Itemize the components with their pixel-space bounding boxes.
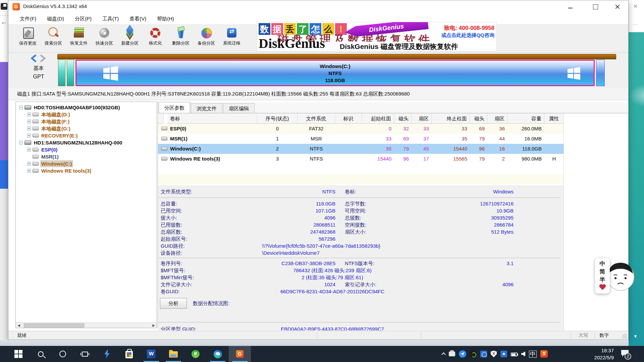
store-app-button[interactable]	[118, 346, 140, 362]
toolbar-quick-button[interactable]: 快速分区	[92, 25, 117, 52]
table-row-2[interactable]: Windows(C:)2NTFS357945154409616118.0GB	[158, 144, 564, 154]
file-explorer-button[interactable]	[162, 346, 184, 362]
expander-icon[interactable]: +	[27, 162, 31, 166]
expander-icon[interactable]: +	[27, 169, 31, 173]
task-view-button[interactable]	[74, 346, 96, 362]
resize-grip[interactable]	[622, 334, 627, 339]
expander-icon[interactable]: −	[19, 106, 23, 109]
expander-icon[interactable]: +	[27, 127, 31, 130]
start-button[interactable]	[7, 346, 30, 362]
column-header[interactable]: 起始柱面	[362, 113, 394, 124]
word-app-button[interactable]	[140, 346, 162, 362]
tree-item-6[interactable]: +ESP(0)	[16, 146, 157, 153]
tree-item-3[interactable]: +本地磁盘(G:)	[16, 125, 157, 132]
tree-horizontal-scrollbar[interactable]: ◀ ▶	[15, 322, 157, 328]
analyze-button[interactable]: 分析	[160, 298, 187, 309]
diskgenius-taskbar-button[interactable]	[229, 346, 251, 362]
column-header[interactable]: 终止柱面	[432, 113, 470, 124]
detail-label: 总簇数:	[345, 215, 361, 221]
ime-mascot-face[interactable]	[606, 259, 635, 292]
intel-graphics-tray-icon[interactable]	[480, 351, 487, 357]
ad-banner[interactable]: 数据丢了怎么！ 磁盘管理及数据恢复软件 DiskGenius DiskGeniu…	[257, 22, 497, 51]
toolbar-format-button[interactable]: 格式化	[143, 25, 168, 52]
menu-tools[interactable]: 工具(T)	[98, 15, 123, 23]
partition-esp-bar[interactable]	[58, 60, 65, 86]
tab-2[interactable]: 扇区编辑	[223, 103, 255, 113]
security-shield-tray-icon[interactable]	[491, 351, 497, 357]
back-arrow-icon[interactable]: ←	[1, 18, 7, 26]
tree-item-5[interactable]: −HD1:SAMSUNGMZNLN128HAHQ-000	[16, 139, 157, 146]
column-header[interactable]: 扇区	[412, 113, 432, 124]
scrollbar-thumb[interactable]	[24, 323, 84, 327]
column-header[interactable]: 标识	[335, 113, 362, 124]
partition-re-bar[interactable]	[596, 60, 605, 86]
toolbar-search-button[interactable]: 搜索分区	[41, 25, 66, 52]
feishu-app-button[interactable]	[96, 346, 118, 362]
scroll-caret-icon[interactable]: ▼	[633, 334, 638, 339]
column-header[interactable]: 扇区	[487, 113, 507, 124]
tree-item-8[interactable]: +Windows(C:)	[16, 160, 157, 167]
maximize-button[interactable]	[589, 2, 602, 11]
tree-item-2[interactable]: +本地磁盘(F:)	[16, 118, 157, 125]
menu-help[interactable]: 帮助(H)	[153, 15, 178, 23]
column-header[interactable]: 磁头	[394, 113, 412, 124]
divider	[571, 332, 571, 339]
toolbar-del-button[interactable]: 删除分区	[168, 25, 194, 52]
toolbar-backup-button[interactable]: 备份分区	[194, 25, 219, 52]
table-row-0[interactable]: ESP(0)0FAT3203233336936260.0MB	[158, 124, 564, 134]
cortana-button[interactable]	[52, 346, 74, 362]
column-header[interactable]: 文件系统	[298, 113, 335, 124]
tab-1[interactable]: 浏览文件	[191, 103, 222, 113]
menu-disk[interactable]: 磁盘(D)	[43, 15, 68, 23]
expander-icon[interactable]: −	[19, 141, 23, 144]
column-header[interactable]: 容量	[507, 113, 544, 124]
tray-expand-icon[interactable]	[441, 352, 446, 357]
toolbar-recover-button[interactable]: 恢复文件	[66, 25, 92, 52]
tree-item-0[interactable]: −HD0:TOSHIBAMQ04ABF100(932GB)	[16, 104, 157, 111]
search-button[interactable]	[30, 346, 52, 362]
partition-msr-bar[interactable]	[67, 60, 74, 86]
close-icon[interactable]: ✕	[633, 3, 638, 9]
tree-item-4[interactable]: +RECOVERY(E:)	[16, 132, 157, 139]
column-header[interactable]: 属性	[544, 113, 564, 124]
toolbar-migrate-button[interactable]: 系统迁移	[219, 25, 245, 52]
volume-icon[interactable]	[521, 352, 525, 356]
ime-indicator[interactable]: 中	[529, 351, 537, 358]
edge-app-button[interactable]	[207, 346, 229, 362]
banner-qq-link[interactable]: 或点击此处选择QQ咨询	[441, 32, 494, 39]
expander-icon[interactable]: +	[27, 148, 31, 152]
minimize-button[interactable]	[564, 2, 577, 11]
disk-nav-arrows[interactable]	[30, 54, 47, 63]
tree-item-1[interactable]: +本地磁盘(D:)	[16, 111, 157, 118]
partition-c-bar[interactable]: Windows(C:) NTFS 118.0GB	[75, 60, 595, 86]
menu-partition[interactable]: 分区(P)	[71, 15, 96, 23]
expander-icon[interactable]: +	[27, 134, 31, 137]
expander-icon[interactable]: +	[27, 113, 31, 116]
scroll-right-icon[interactable]: ▶	[152, 323, 156, 327]
browser-360-button[interactable]	[184, 346, 207, 362]
scroll-left-icon[interactable]: ◀	[17, 323, 21, 327]
snowflake-tray-icon[interactable]	[500, 351, 507, 357]
dingtalk-tray-icon[interactable]	[459, 350, 466, 358]
tree-item-7[interactable]: MSR(1)	[16, 153, 157, 160]
table-row-3[interactable]: Windows RE tools(3)3NTFS1544096171556579…	[158, 154, 564, 164]
tree-item-9[interactable]: +Windows RE tools(3)	[16, 167, 157, 174]
column-header[interactable]: 序号(状态)	[257, 113, 298, 124]
toolbar-new-button[interactable]: 新建分区	[117, 25, 143, 52]
expander-icon[interactable]: +	[27, 120, 31, 123]
sogou-ime-widget[interactable]: 中 简 半	[595, 258, 610, 294]
column-header[interactable]: 卷标	[167, 113, 257, 124]
menu-file[interactable]: 文件(F)	[16, 15, 40, 23]
tab-0[interactable]: 分区参数	[159, 102, 190, 113]
nvidia-tray-icon[interactable]	[470, 351, 477, 357]
toolbar-save-button[interactable]: 保存更改	[15, 25, 41, 52]
close-button[interactable]	[611, 2, 624, 11]
sogou-tray-icon[interactable]	[540, 350, 548, 358]
printer-tray-icon[interactable]	[449, 352, 455, 356]
battery-icon[interactable]	[511, 353, 518, 356]
more-icon[interactable]: …	[633, 20, 638, 26]
column-header[interactable]: 磁头	[470, 113, 487, 124]
taskbar-clock[interactable]: 18:37 2022/5/9	[583, 347, 614, 361]
table-row-1[interactable]: MSR(1)1MSR33693735794416.0MB	[158, 134, 564, 144]
menu-view[interactable]: 查看(V)	[125, 15, 150, 23]
